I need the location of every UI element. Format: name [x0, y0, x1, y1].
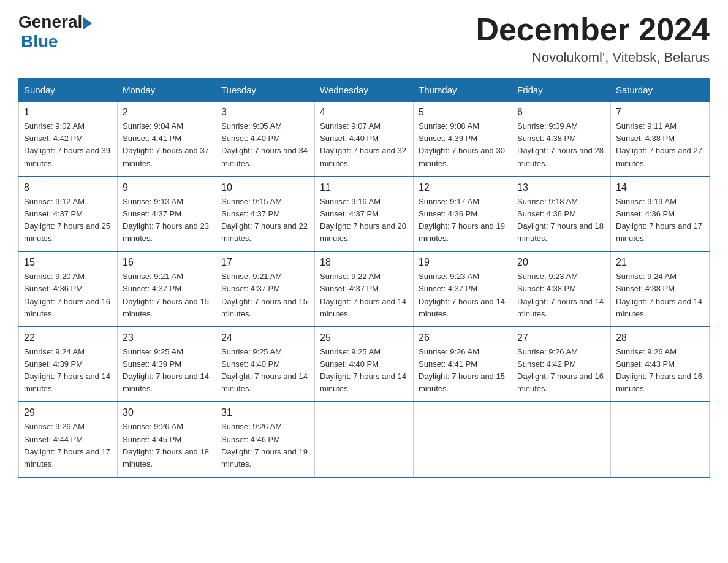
day-number: 23 — [123, 332, 211, 343]
day-info: Sunrise: 9:12 AMSunset: 4:37 PMDaylight:… — [24, 197, 110, 243]
day-info: Sunrise: 9:07 AMSunset: 4:40 PMDaylight:… — [320, 121, 406, 167]
calendar-week-row: 22 Sunrise: 9:24 AMSunset: 4:39 PMDaylig… — [19, 327, 710, 402]
page-title: December 2024 — [476, 12, 710, 47]
header-tuesday: Tuesday — [216, 79, 315, 102]
calendar-cell: 19 Sunrise: 9:23 AMSunset: 4:37 PMDaylig… — [414, 251, 512, 327]
day-number: 31 — [221, 407, 309, 418]
calendar-header-row: SundayMondayTuesdayWednesdayThursdayFrid… — [19, 79, 710, 102]
day-info: Sunrise: 9:25 AMSunset: 4:40 PMDaylight:… — [320, 347, 406, 393]
day-info: Sunrise: 9:21 AMSunset: 4:37 PMDaylight:… — [221, 272, 308, 318]
calendar-cell: 27 Sunrise: 9:26 AMSunset: 4:42 PMDaylig… — [512, 327, 611, 402]
calendar-cell: 29 Sunrise: 9:26 AMSunset: 4:44 PMDaylig… — [19, 402, 118, 477]
calendar-cell: 24 Sunrise: 9:25 AMSunset: 4:40 PMDaylig… — [216, 327, 315, 402]
calendar-cell — [512, 402, 611, 477]
calendar-cell: 1 Sunrise: 9:02 AMSunset: 4:42 PMDayligh… — [19, 102, 118, 177]
calendar-cell: 12 Sunrise: 9:17 AMSunset: 4:36 PMDaylig… — [414, 177, 512, 252]
day-info: Sunrise: 9:13 AMSunset: 4:37 PMDaylight:… — [123, 197, 209, 243]
page-header: General Blue December 2024 Novolukoml', … — [18, 12, 710, 66]
day-number: 2 — [123, 107, 211, 118]
calendar-cell: 8 Sunrise: 9:12 AMSunset: 4:37 PMDayligh… — [19, 177, 118, 252]
day-number: 3 — [221, 107, 309, 118]
logo-general-text: General — [18, 12, 82, 32]
day-number: 26 — [419, 332, 507, 343]
header-wednesday: Wednesday — [315, 79, 414, 102]
day-info: Sunrise: 9:19 AMSunset: 4:36 PMDaylight:… — [616, 197, 702, 243]
day-number: 29 — [24, 407, 112, 418]
calendar-cell: 6 Sunrise: 9:09 AMSunset: 4:38 PMDayligh… — [512, 102, 611, 177]
day-number: 24 — [221, 332, 309, 343]
title-block: December 2024 Novolukoml', Vitebsk, Bela… — [476, 12, 710, 66]
calendar-cell: 4 Sunrise: 9:07 AMSunset: 4:40 PMDayligh… — [315, 102, 414, 177]
day-info: Sunrise: 9:25 AMSunset: 4:40 PMDaylight:… — [221, 347, 308, 393]
calendar-cell — [315, 402, 414, 477]
day-number: 7 — [616, 107, 704, 118]
calendar-cell: 7 Sunrise: 9:11 AMSunset: 4:38 PMDayligh… — [611, 102, 710, 177]
day-number: 16 — [123, 257, 211, 268]
day-info: Sunrise: 9:24 AMSunset: 4:38 PMDaylight:… — [616, 272, 702, 318]
calendar-cell: 17 Sunrise: 9:21 AMSunset: 4:37 PMDaylig… — [216, 251, 315, 327]
day-info: Sunrise: 9:02 AMSunset: 4:42 PMDaylight:… — [24, 121, 110, 167]
day-info: Sunrise: 9:26 AMSunset: 4:42 PMDaylight:… — [517, 347, 604, 393]
calendar-cell: 10 Sunrise: 9:15 AMSunset: 4:37 PMDaylig… — [216, 177, 315, 252]
logo-arrow-icon — [83, 17, 92, 29]
day-number: 1 — [24, 107, 112, 118]
day-info: Sunrise: 9:26 AMSunset: 4:46 PMDaylight:… — [221, 422, 308, 468]
day-number: 13 — [517, 182, 605, 193]
day-info: Sunrise: 9:05 AMSunset: 4:40 PMDaylight:… — [221, 121, 308, 167]
calendar-cell: 22 Sunrise: 9:24 AMSunset: 4:39 PMDaylig… — [19, 327, 118, 402]
day-info: Sunrise: 9:26 AMSunset: 4:43 PMDaylight:… — [616, 347, 702, 393]
day-number: 9 — [123, 182, 211, 193]
header-friday: Friday — [512, 79, 611, 102]
calendar-cell: 28 Sunrise: 9:26 AMSunset: 4:43 PMDaylig… — [611, 327, 710, 402]
calendar-cell: 26 Sunrise: 9:26 AMSunset: 4:41 PMDaylig… — [414, 327, 512, 402]
day-info: Sunrise: 9:26 AMSunset: 4:44 PMDaylight:… — [24, 422, 110, 468]
day-number: 12 — [419, 182, 507, 193]
page-subtitle: Novolukoml', Vitebsk, Belarus — [476, 50, 710, 66]
day-number: 27 — [517, 332, 605, 343]
day-number: 10 — [221, 182, 309, 193]
calendar-cell: 13 Sunrise: 9:18 AMSunset: 4:36 PMDaylig… — [512, 177, 611, 252]
calendar-cell: 20 Sunrise: 9:23 AMSunset: 4:38 PMDaylig… — [512, 251, 611, 327]
calendar-cell — [414, 402, 512, 477]
day-info: Sunrise: 9:24 AMSunset: 4:39 PMDaylight:… — [24, 347, 110, 393]
header-sunday: Sunday — [19, 79, 118, 102]
calendar-cell: 21 Sunrise: 9:24 AMSunset: 4:38 PMDaylig… — [611, 251, 710, 327]
calendar-cell: 2 Sunrise: 9:04 AMSunset: 4:41 PMDayligh… — [118, 102, 216, 177]
calendar-cell: 11 Sunrise: 9:16 AMSunset: 4:37 PMDaylig… — [315, 177, 414, 252]
header-saturday: Saturday — [611, 79, 710, 102]
day-number: 19 — [419, 257, 507, 268]
day-info: Sunrise: 9:21 AMSunset: 4:37 PMDaylight:… — [123, 272, 209, 318]
day-number: 8 — [24, 182, 112, 193]
day-info: Sunrise: 9:11 AMSunset: 4:38 PMDaylight:… — [616, 121, 702, 167]
calendar-cell: 3 Sunrise: 9:05 AMSunset: 4:40 PMDayligh… — [216, 102, 315, 177]
day-info: Sunrise: 9:26 AMSunset: 4:45 PMDaylight:… — [123, 422, 209, 468]
header-thursday: Thursday — [414, 79, 512, 102]
calendar-cell: 9 Sunrise: 9:13 AMSunset: 4:37 PMDayligh… — [118, 177, 216, 252]
logo: General Blue — [18, 12, 92, 52]
day-number: 30 — [123, 407, 211, 418]
day-number: 15 — [24, 257, 112, 268]
day-info: Sunrise: 9:26 AMSunset: 4:41 PMDaylight:… — [419, 347, 505, 393]
day-info: Sunrise: 9:16 AMSunset: 4:37 PMDaylight:… — [320, 197, 406, 243]
day-info: Sunrise: 9:20 AMSunset: 4:36 PMDaylight:… — [24, 272, 110, 318]
calendar-cell: 31 Sunrise: 9:26 AMSunset: 4:46 PMDaylig… — [216, 402, 315, 477]
day-number: 20 — [517, 257, 605, 268]
day-number: 21 — [616, 257, 704, 268]
calendar-week-row: 8 Sunrise: 9:12 AMSunset: 4:37 PMDayligh… — [19, 177, 710, 252]
calendar-week-row: 29 Sunrise: 9:26 AMSunset: 4:44 PMDaylig… — [19, 402, 710, 477]
day-number: 11 — [320, 182, 408, 193]
calendar-cell: 23 Sunrise: 9:25 AMSunset: 4:39 PMDaylig… — [118, 327, 216, 402]
day-number: 22 — [24, 332, 112, 343]
calendar-cell — [611, 402, 710, 477]
day-info: Sunrise: 9:17 AMSunset: 4:36 PMDaylight:… — [419, 197, 505, 243]
day-info: Sunrise: 9:23 AMSunset: 4:37 PMDaylight:… — [419, 272, 505, 318]
day-number: 28 — [616, 332, 704, 343]
calendar-cell: 30 Sunrise: 9:26 AMSunset: 4:45 PMDaylig… — [118, 402, 216, 477]
day-info: Sunrise: 9:09 AMSunset: 4:38 PMDaylight:… — [517, 121, 604, 167]
calendar-cell: 16 Sunrise: 9:21 AMSunset: 4:37 PMDaylig… — [118, 251, 216, 327]
day-info: Sunrise: 9:08 AMSunset: 4:39 PMDaylight:… — [419, 121, 505, 167]
day-number: 18 — [320, 257, 408, 268]
day-number: 17 — [221, 257, 309, 268]
day-info: Sunrise: 9:04 AMSunset: 4:41 PMDaylight:… — [123, 121, 209, 167]
day-info: Sunrise: 9:15 AMSunset: 4:37 PMDaylight:… — [221, 197, 308, 243]
